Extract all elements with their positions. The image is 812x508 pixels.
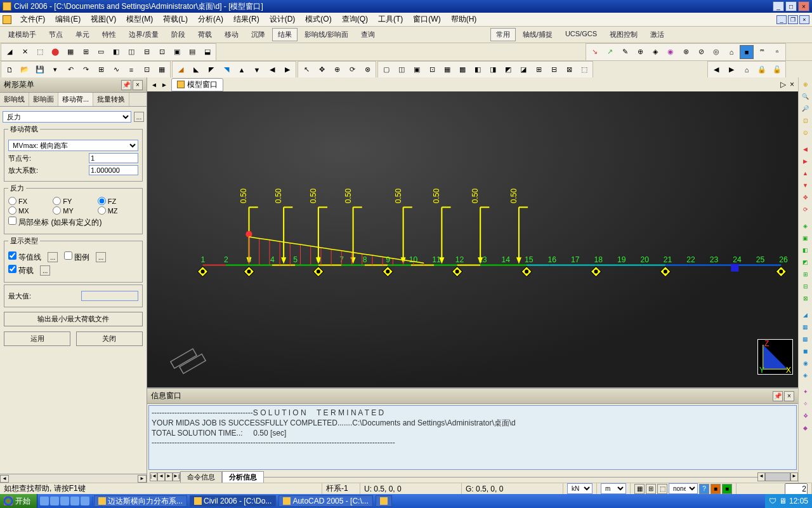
view-icon[interactable]: ⊟ bbox=[800, 281, 811, 292]
scale-input[interactable] bbox=[89, 165, 138, 175]
tool-icon[interactable]: ■ bbox=[740, 45, 754, 59]
tool-icon[interactable]: ⬚ bbox=[577, 63, 591, 77]
redo-icon[interactable]: ↷ bbox=[79, 63, 93, 77]
menu-item[interactable]: 结果(R) bbox=[228, 13, 265, 26]
tool-icon[interactable]: ⊗ bbox=[360, 63, 374, 77]
upper-tab[interactable]: 阶段 bbox=[166, 28, 191, 41]
upper-tab[interactable]: 移动 bbox=[219, 28, 244, 41]
status-icon[interactable]: ■ bbox=[722, 484, 732, 494]
mdi-restore[interactable]: ❐ bbox=[788, 15, 798, 24]
tool-icon[interactable]: ⁿ bbox=[770, 45, 784, 59]
undo-icon[interactable]: ↶ bbox=[63, 63, 77, 77]
tool-icon[interactable]: ⬤ bbox=[48, 45, 62, 59]
tool-icon[interactable]: ◣ bbox=[189, 63, 203, 77]
tool-icon[interactable]: ▾ bbox=[48, 63, 62, 77]
wireframe-icon[interactable]: ▦ bbox=[800, 321, 811, 333]
tool-icon[interactable]: ▣ bbox=[170, 45, 184, 59]
tool-icon[interactable]: ◨ bbox=[486, 63, 500, 77]
status-select[interactable]: none bbox=[669, 483, 698, 494]
tool-icon[interactable]: ▲ bbox=[235, 63, 249, 77]
new-icon[interactable]: 🗋 bbox=[3, 63, 16, 77]
menu-item[interactable]: 编辑(E) bbox=[50, 13, 86, 26]
tool-icon[interactable]: ◉ bbox=[664, 45, 678, 59]
shrink-icon[interactable]: ◢ bbox=[800, 309, 811, 321]
menu-item[interactable]: 文件(F) bbox=[15, 13, 50, 26]
zoom-fit-icon[interactable]: ⊕ bbox=[800, 79, 811, 90]
scroll-right[interactable]: ► bbox=[790, 472, 798, 481]
output-button[interactable]: 输出最小/最大荷载文件 bbox=[4, 312, 143, 326]
more-button[interactable]: ... bbox=[134, 112, 144, 122]
reaction-radio[interactable]: FX bbox=[8, 197, 49, 205]
tool-icon[interactable]: ⊞ bbox=[94, 63, 108, 77]
tab-close[interactable]: × bbox=[790, 80, 794, 89]
upper-tab[interactable]: 常用 bbox=[490, 28, 516, 41]
unit-length-select[interactable]: m bbox=[601, 483, 626, 494]
tool-icon[interactable]: ⊡ bbox=[425, 63, 439, 77]
iso-icon[interactable]: ◈ bbox=[800, 220, 811, 232]
msg-nav[interactable]: |◄ bbox=[150, 472, 157, 481]
maximize-button[interactable]: □ bbox=[785, 1, 797, 11]
msg-body[interactable]: ----------------------------------------… bbox=[148, 405, 797, 470]
reaction-radio[interactable]: FY bbox=[53, 197, 93, 205]
misc-icon[interactable]: ❖ bbox=[800, 410, 811, 422]
tool-icon[interactable]: ▼ bbox=[250, 63, 264, 77]
load-check[interactable]: 荷载 bbox=[8, 265, 34, 276]
tray-icon[interactable]: 🖥 bbox=[779, 497, 787, 505]
load-more[interactable]: ... bbox=[40, 265, 50, 276]
tool-icon[interactable]: ◈ bbox=[648, 45, 662, 59]
tool-icon[interactable]: ▢ bbox=[379, 63, 393, 77]
scroll-thumb[interactable] bbox=[765, 472, 790, 481]
upper-tab[interactable]: UCS/GCS bbox=[560, 28, 603, 41]
zoom-window-icon[interactable]: ⊡ bbox=[800, 115, 811, 126]
tool-icon[interactable]: ⬓ bbox=[200, 45, 214, 59]
ql-icon[interactable] bbox=[60, 497, 69, 505]
menu-item[interactable]: 模型(M) bbox=[121, 13, 158, 26]
tool-icon[interactable]: ⊗ bbox=[679, 45, 693, 59]
node-input[interactable] bbox=[89, 153, 138, 163]
panel-tab[interactable]: 批量转换 bbox=[93, 93, 129, 106]
pan-icon[interactable]: ✥ bbox=[800, 192, 811, 203]
tool-icon[interactable]: ▩ bbox=[455, 63, 469, 77]
arrow-right-icon[interactable]: ▶ bbox=[800, 156, 811, 167]
tool-icon[interactable]: ⌂ bbox=[740, 63, 754, 77]
tool-icon[interactable]: ▤ bbox=[185, 45, 199, 59]
tool-icon[interactable]: ▶ bbox=[724, 63, 738, 77]
close-icon[interactable]: × bbox=[784, 391, 794, 401]
upper-tab[interactable]: 节点 bbox=[43, 28, 69, 41]
tool-icon[interactable]: ◥ bbox=[219, 63, 233, 77]
task-item[interactable]: AutoCAD 2005 - [C:\... bbox=[278, 495, 372, 507]
upper-tab[interactable]: 沉降 bbox=[246, 28, 271, 41]
upper-tab[interactable]: 荷载 bbox=[192, 28, 218, 41]
menu-item[interactable]: 工具(T) bbox=[373, 13, 408, 26]
minimize-button[interactable]: _ bbox=[773, 1, 784, 11]
task-item[interactable]: 迈达斯横向力分布系... bbox=[94, 495, 187, 507]
tool-icon[interactable]: ▦ bbox=[155, 63, 169, 77]
close-button[interactable]: × bbox=[798, 1, 809, 11]
rotate-icon[interactable]: ⟳ bbox=[800, 204, 811, 215]
tool-icon[interactable]: ⊘ bbox=[694, 45, 708, 59]
tool-icon[interactable]: ◢ bbox=[3, 45, 16, 59]
nav-right[interactable]: ► bbox=[161, 81, 167, 88]
msg-nav[interactable]: ◄ bbox=[157, 472, 165, 481]
legend-check[interactable]: 图例 bbox=[64, 251, 89, 263]
start-button[interactable]: 开始 bbox=[0, 494, 37, 508]
reaction-radio[interactable]: MZ bbox=[98, 206, 138, 215]
hidden-icon[interactable]: ▩ bbox=[800, 333, 811, 345]
main-select[interactable]: 反力 bbox=[3, 111, 131, 123]
save-icon[interactable]: 💾 bbox=[33, 63, 47, 77]
tool-icon[interactable]: ⊟ bbox=[140, 45, 154, 59]
upper-tab[interactable]: 查询 bbox=[355, 28, 381, 41]
max-input[interactable] bbox=[81, 291, 138, 301]
shade-icon[interactable]: ◼ bbox=[800, 345, 811, 357]
misc-icon[interactable]: ✦ bbox=[800, 386, 811, 398]
zoom-out-icon[interactable]: 🔎 bbox=[800, 103, 811, 114]
msg-tab-cmd[interactable]: 命令信息 bbox=[180, 471, 222, 483]
tool-icon[interactable]: ◢ bbox=[174, 63, 188, 77]
panel-tab[interactable]: 移动荷... bbox=[58, 93, 93, 106]
misc-icon[interactable]: ✧ bbox=[800, 398, 811, 410]
tool-icon[interactable]: ◫ bbox=[395, 63, 409, 77]
tool-icon[interactable]: ◫ bbox=[124, 45, 138, 59]
unit-force-select[interactable]: kN bbox=[567, 483, 593, 494]
upper-tab[interactable]: 激活 bbox=[645, 28, 670, 41]
side-icon[interactable]: ◧ bbox=[800, 244, 811, 256]
